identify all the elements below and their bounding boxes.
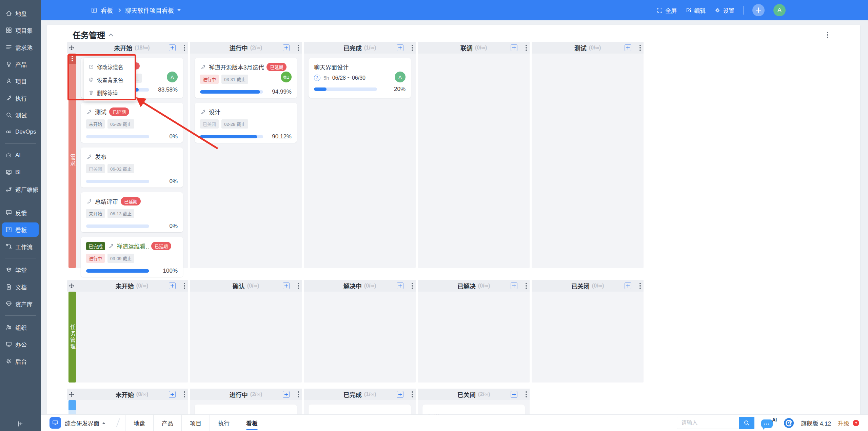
sidebar-item-feedback[interactable]: 反馈 bbox=[2, 204, 39, 221]
sidebar-item-org[interactable]: 组织 bbox=[2, 319, 39, 336]
sidebar-item-program[interactable]: 项目集 bbox=[2, 22, 39, 39]
sidebar-item-label: 组织 bbox=[15, 323, 27, 332]
sidebar-item-assets[interactable]: 资产库 bbox=[2, 295, 39, 312]
sidebar-item-storypool[interactable]: 需求池 bbox=[2, 39, 39, 56]
bottom-tab-project[interactable]: 项目 bbox=[181, 415, 210, 431]
avatar[interactable]: A bbox=[773, 4, 786, 16]
task-card[interactable]: 发布 已关闭06-02 截止 0% bbox=[81, 148, 183, 188]
swimlane-bar[interactable]: 需求 bbox=[68, 54, 76, 268]
bottom-tab-execution[interactable]: 执行 bbox=[210, 415, 238, 431]
breadcrumb-current[interactable]: 聊天软件项目看板 bbox=[125, 6, 174, 15]
region-menu-icon[interactable] bbox=[827, 34, 828, 36]
add-card-button[interactable] bbox=[397, 282, 403, 289]
column-menu-icon[interactable] bbox=[412, 47, 413, 48]
add-card-button[interactable] bbox=[511, 44, 517, 51]
task-card[interactable]: 已完成禅道运维看…已延期 进行中03-09 截止 100% bbox=[81, 237, 183, 277]
progress-track bbox=[86, 180, 149, 183]
sidebar-item-doc[interactable]: 文档 bbox=[2, 278, 39, 295]
task-card[interactable]: 聊天界面设计 35h06/28 ~ 06/30 A 20% bbox=[309, 58, 411, 98]
sidebar-item-office[interactable]: 办公 bbox=[2, 336, 39, 353]
assignee-avatar[interactable]: A bbox=[395, 72, 406, 82]
add-card-button[interactable] bbox=[283, 391, 290, 398]
search-input[interactable] bbox=[677, 417, 739, 429]
menu-item-set-background[interactable]: 设置背景色 bbox=[84, 73, 136, 86]
column-menu-icon[interactable] bbox=[526, 47, 527, 48]
sidebar-item-project[interactable]: 项目 bbox=[2, 73, 39, 90]
sidebar-item-ai[interactable]: AI bbox=[2, 147, 39, 164]
sidebar-item-dashboard[interactable]: 地盘 bbox=[2, 5, 39, 22]
add-card-button[interactable] bbox=[283, 282, 290, 289]
dropdown-caret-icon[interactable] bbox=[177, 9, 181, 13]
lane-move-handle[interactable] bbox=[67, 280, 76, 292]
column-menu-icon[interactable] bbox=[298, 47, 299, 48]
sidebar-item-repair[interactable]: 返厂维修 bbox=[2, 181, 39, 198]
add-card-button[interactable] bbox=[511, 391, 517, 398]
column-menu-icon[interactable] bbox=[639, 47, 641, 48]
add-card-button[interactable] bbox=[625, 282, 631, 289]
task-card[interactable]: 总结评审已延期 未开始06-13 截止 0% bbox=[81, 192, 183, 232]
upgrade-arrow-icon[interactable] bbox=[853, 420, 859, 426]
bottom-tab-kanban[interactable]: 看板 bbox=[238, 415, 266, 431]
add-card-button[interactable] bbox=[625, 44, 631, 51]
fullscreen-button[interactable]: 全屏 bbox=[657, 6, 677, 15]
column-header: 解决中(0/∞) bbox=[304, 280, 416, 292]
zentao-logo-icon[interactable] bbox=[784, 418, 794, 428]
add-card-button[interactable] bbox=[397, 44, 403, 51]
ai-assistant-button[interactable]: AI bbox=[761, 417, 777, 429]
sidebar-item-admin[interactable]: 后台 bbox=[2, 353, 39, 370]
bottom-tab-dashboard[interactable]: 地盘 bbox=[125, 415, 153, 431]
sidebar-item-qa[interactable]: 测试 bbox=[2, 106, 39, 123]
add-card-button[interactable] bbox=[169, 44, 176, 51]
sidebar-item-devops[interactable]: DevOps bbox=[2, 123, 39, 140]
add-card-button[interactable] bbox=[169, 282, 176, 289]
sidebar-collapse-button[interactable] bbox=[0, 420, 41, 428]
sidebar-item-kanban[interactable]: 看板 bbox=[2, 222, 39, 237]
sidebar-item-bi[interactable]: BI bbox=[2, 164, 39, 181]
swimlane-bar[interactable]: 任务管理 bbox=[68, 292, 76, 383]
swimlane-menu-handle[interactable] bbox=[68, 400, 76, 410]
add-card-button[interactable] bbox=[511, 282, 517, 289]
column-menu-icon[interactable] bbox=[526, 394, 527, 395]
kanban-panel: 任务管理 未开始(18/∞) 进行中(2/∞) 已完成(1/∞) 联调(0/∞)… bbox=[47, 25, 860, 431]
column-header: 确认(0/∞) bbox=[190, 280, 302, 292]
caret-up-icon[interactable] bbox=[102, 420, 105, 424]
lane-move-handle[interactable] bbox=[67, 42, 76, 54]
bottom-tab-product[interactable]: 产品 bbox=[153, 415, 181, 431]
add-button[interactable] bbox=[752, 4, 765, 16]
column-menu-icon[interactable] bbox=[412, 394, 413, 395]
app-switcher-icon[interactable] bbox=[50, 417, 61, 429]
lane-move-handle[interactable] bbox=[67, 389, 76, 400]
sidebar-item-workflow[interactable]: 工作流 bbox=[2, 238, 39, 255]
add-card-button[interactable] bbox=[397, 391, 403, 398]
column-menu-icon[interactable] bbox=[639, 285, 641, 287]
column-menu-icon[interactable] bbox=[184, 47, 185, 48]
task-card[interactable]: 设计 已关闭02-28 截止 90.12% bbox=[195, 103, 297, 143]
sidebar-item-school[interactable]: 学堂 bbox=[2, 261, 39, 278]
progress-row: 90.12% bbox=[200, 133, 292, 140]
column-menu-icon[interactable] bbox=[298, 285, 299, 287]
task-card[interactable]: 测试已延期 未开始05-29 截止 0% bbox=[81, 103, 183, 143]
add-card-button[interactable] bbox=[283, 44, 290, 51]
column-menu-icon[interactable] bbox=[184, 394, 185, 395]
settings-button[interactable]: 设置 bbox=[714, 6, 734, 15]
assignee-avatar[interactable]: A bbox=[167, 72, 178, 82]
task-card[interactable]: 禅道开源版本3月迭代已延期 进行中03-31 截止 项目 94.99% bbox=[195, 58, 297, 98]
column-menu-icon[interactable] bbox=[526, 285, 527, 287]
progress-percent: 0% bbox=[153, 223, 178, 230]
gear-icon bbox=[714, 7, 721, 13]
upgrade-link[interactable]: 升级 bbox=[838, 419, 849, 427]
column-menu-icon[interactable] bbox=[184, 285, 185, 287]
collapse-region-icon[interactable] bbox=[108, 33, 113, 38]
assignee-avatar[interactable]: 项目 bbox=[281, 72, 292, 82]
sidebar-item-execution[interactable]: 执行 bbox=[2, 90, 39, 106]
edit-button[interactable]: 编辑 bbox=[686, 6, 706, 15]
menu-item-delete-lane[interactable]: 删除泳道 bbox=[84, 86, 136, 99]
app-switcher-label[interactable]: 综合研发界面 bbox=[65, 419, 99, 427]
search-button[interactable] bbox=[739, 417, 754, 429]
add-card-button[interactable] bbox=[169, 391, 176, 398]
sidebar-item-product[interactable]: 产品 bbox=[2, 56, 39, 73]
column-menu-icon[interactable] bbox=[298, 394, 299, 395]
breadcrumb-root[interactable]: 看板 bbox=[101, 6, 113, 15]
menu-item-rename-lane[interactable]: 修改泳道名 bbox=[84, 60, 136, 73]
column-menu-icon[interactable] bbox=[412, 285, 413, 287]
